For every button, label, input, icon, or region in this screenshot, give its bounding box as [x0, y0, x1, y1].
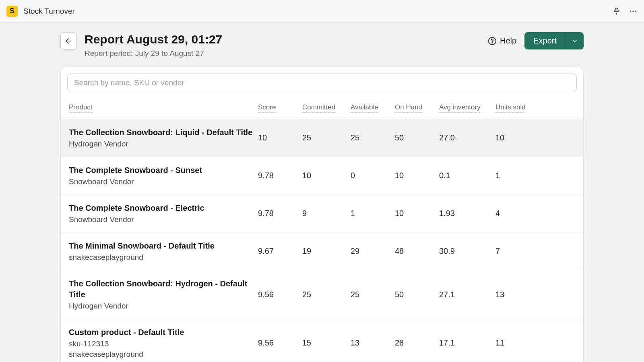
product-name: The Collection Snowboard: Liquid - Defau… [69, 127, 258, 138]
svg-point-1 [632, 10, 634, 12]
title-block: Report August 29, 01:27 Report period: J… [85, 32, 222, 58]
cell-available: 0 [351, 171, 395, 180]
cell-committed: 10 [302, 171, 351, 180]
table-row[interactable]: The Complete Snowboard - SunsetSnowboard… [61, 156, 583, 194]
page-header-left: Report August 29, 01:27 Report period: J… [60, 32, 222, 58]
product-cell: The Minimal Snowboard - Default Titlesna… [69, 241, 258, 262]
product-vendor: Hydrogen Vendor [69, 302, 258, 311]
product-cell: The Collection Snowboard: Liquid - Defau… [69, 127, 258, 148]
topbar: S Stock Turnover [0, 0, 644, 23]
svg-point-5 [492, 42, 492, 43]
cell-avg-inventory: 17.1 [439, 338, 495, 348]
pin-icon[interactable] [613, 7, 621, 15]
col-onhand-label[interactable]: On Hand [395, 103, 422, 113]
cell-available: 13 [351, 338, 395, 348]
cell-committed: 9 [302, 209, 351, 218]
table-row[interactable]: The Minimal Snowboard - Default Titlesna… [61, 232, 583, 270]
arrow-left-icon [64, 37, 72, 45]
svg-point-0 [630, 10, 632, 12]
topbar-actions [613, 7, 638, 16]
cell-units-sold: 11 [495, 338, 536, 348]
product-cell: Custom product - Default Titlesku-112313… [69, 327, 258, 359]
more-icon[interactable] [629, 7, 638, 16]
export-dropdown-button[interactable] [566, 32, 584, 49]
help-link[interactable]: Help [488, 36, 516, 45]
cell-score: 9.56 [258, 338, 302, 348]
product-vendor: Hydrogen Vendor [69, 140, 258, 148]
cell-on-hand: 10 [395, 171, 439, 180]
col-committed-label[interactable]: Committed [302, 103, 335, 113]
cell-committed: 19 [302, 247, 351, 256]
cell-on-hand: 10 [395, 209, 439, 218]
col-units-label[interactable]: Units sold [495, 103, 526, 113]
report-card: Product Score Committed Available On Han… [60, 67, 584, 362]
cell-available: 1 [351, 209, 395, 218]
cell-on-hand: 48 [395, 247, 439, 256]
product-vendor: Snowboard Vendor [69, 215, 258, 224]
cell-score: 10 [258, 133, 302, 142]
col-onhand: On Hand [395, 103, 439, 113]
col-avg: Avg inventory [439, 103, 495, 113]
topbar-title-group: S Stock Turnover [6, 6, 75, 17]
table-row[interactable]: Custom product - Default Titlesku-112313… [61, 319, 583, 362]
help-icon [488, 37, 497, 45]
col-product-label[interactable]: Product [69, 103, 93, 113]
export-button-group: Export [524, 32, 584, 49]
table-row[interactable]: The Complete Snowboard - ElectricSnowboa… [61, 194, 583, 232]
cell-committed: 25 [302, 133, 351, 142]
col-units: Units sold [495, 103, 536, 113]
page-header: Report August 29, 01:27 Report period: J… [60, 32, 584, 58]
product-sku: sku-112313 [69, 339, 258, 348]
product-name: The Collection Snowboard: Hydrogen - Def… [69, 278, 258, 300]
cell-on-hand: 50 [395, 133, 439, 142]
cell-on-hand: 50 [395, 290, 439, 299]
cell-score: 9.56 [258, 290, 302, 299]
col-available-label[interactable]: Available [351, 103, 378, 113]
cell-avg-inventory: 0.1 [439, 171, 495, 180]
cell-available: 25 [351, 133, 395, 142]
cell-score: 9.67 [258, 247, 302, 256]
cell-on-hand: 28 [395, 338, 439, 348]
cell-units-sold: 10 [495, 133, 536, 142]
table-body: The Collection Snowboard: Liquid - Defau… [61, 119, 583, 362]
app-logo: S [6, 6, 18, 17]
cell-committed: 25 [302, 290, 351, 299]
page-content: Report August 29, 01:27 Report period: J… [0, 23, 644, 362]
col-available: Available [351, 103, 395, 113]
export-button[interactable]: Export [524, 32, 566, 49]
back-button[interactable] [60, 32, 76, 50]
product-name: The Complete Snowboard - Electric [69, 203, 258, 214]
col-score-label[interactable]: Score [258, 103, 276, 113]
product-name: The Minimal Snowboard - Default Title [69, 241, 258, 251]
table-row[interactable]: The Collection Snowboard: Hydrogen - Def… [61, 270, 583, 319]
search-input[interactable] [67, 74, 577, 92]
table-row[interactable]: The Collection Snowboard: Liquid - Defau… [61, 119, 583, 156]
product-cell: The Complete Snowboard - ElectricSnowboa… [69, 203, 258, 224]
cell-units-sold: 13 [495, 290, 536, 299]
products-table: Product Score Committed Available On Han… [61, 99, 583, 362]
col-committed: Committed [302, 103, 351, 113]
product-vendor: Snowboard Vendor [69, 177, 258, 186]
search-wrapper [61, 67, 583, 99]
col-avg-label[interactable]: Avg inventory [439, 103, 481, 113]
product-vendor: snakecaseplayground [69, 350, 258, 359]
cell-available: 25 [351, 290, 395, 299]
svg-point-2 [635, 10, 637, 12]
cell-units-sold: 1 [495, 171, 536, 180]
page-subtitle: Report period: July 29 to August 27 [85, 49, 222, 58]
table-header: Product Score Committed Available On Han… [61, 99, 583, 119]
cell-avg-inventory: 30.9 [439, 247, 495, 256]
app-logo-letter: S [10, 7, 14, 15]
col-score: Score [258, 103, 302, 113]
cell-avg-inventory: 27.0 [439, 133, 495, 142]
cell-score: 9.78 [258, 209, 302, 218]
product-vendor: snakecaseplayground [69, 253, 258, 262]
cell-available: 29 [351, 247, 395, 256]
cell-units-sold: 4 [495, 209, 536, 218]
product-name: Custom product - Default Title [69, 327, 258, 338]
cell-avg-inventory: 27.1 [439, 290, 495, 299]
cell-committed: 15 [302, 338, 351, 348]
cell-avg-inventory: 1.93 [439, 209, 495, 218]
col-product: Product [69, 103, 258, 113]
cell-units-sold: 7 [495, 247, 536, 256]
